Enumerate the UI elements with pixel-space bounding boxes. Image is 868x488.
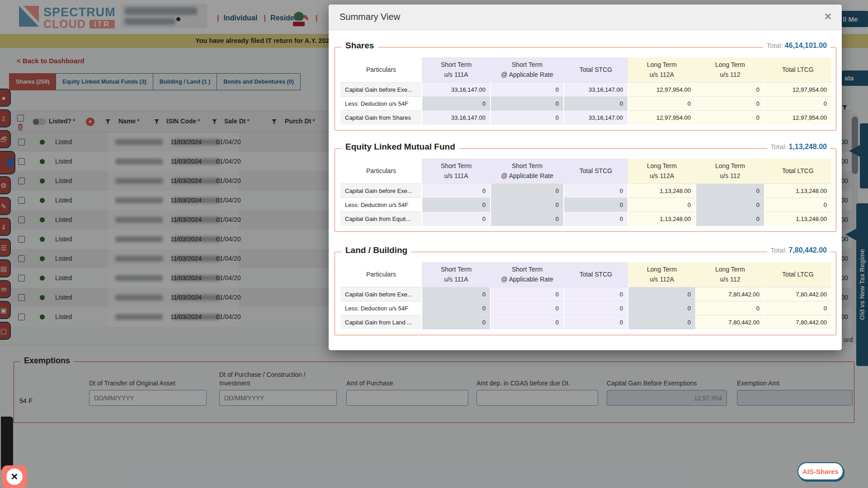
screenrec-close-button[interactable]: ✕ [2, 465, 27, 488]
section-total: Total:1,13,248.00 [767, 143, 830, 151]
table-header-row: ParticularsShort Termu/s 111AShort Term@… [340, 159, 831, 184]
section-title: Shares [341, 41, 378, 51]
section-total: Total:46,14,101.00 [763, 42, 830, 50]
value-cell: 33,16,147.00 [564, 83, 628, 97]
particulars-cell: Capital Gain before Exe... [340, 83, 422, 97]
value-cell: 0 [422, 184, 491, 198]
section-table: ParticularsShort Termu/s 111AShort Term@… [340, 159, 831, 226]
section-equity-linked-mutual-fund: Equity Linked Mutual FundTotal:1,13,248.… [335, 148, 836, 232]
section-total: Total:7,80,442.00 [767, 246, 830, 254]
value-cell: 0 [696, 198, 764, 212]
table-header-row: ParticularsShort Termu/s 111AShort Term@… [340, 57, 831, 83]
value-cell: 0 [628, 287, 696, 301]
value-cell: 12,97,954.00 [628, 111, 696, 125]
close-x-icon: ✕ [6, 469, 23, 485]
section-table: ParticularsShort Termu/s 111AShort Term@… [340, 262, 831, 329]
col-header: Long Termu/s 112A [628, 262, 696, 287]
value-cell: 0 [696, 212, 764, 226]
particulars-cell: Less: Deduction u/s 54F [340, 301, 422, 315]
close-icon[interactable]: ✕ [824, 11, 832, 22]
value-cell: 12,97,954.00 [764, 111, 831, 125]
value-cell: 0 [628, 198, 696, 212]
value-cell: 0 [696, 111, 764, 125]
data-row: Capital Gain before Exe...0001,13,248.00… [340, 184, 831, 198]
col-header: Total STCG [564, 262, 628, 287]
particulars-cell: Capital Gain from Shares [340, 111, 422, 125]
particulars-cell: Capital Gain from Land ... [340, 315, 422, 329]
value-cell: 0 [491, 287, 564, 301]
col-header: Long Termu/s 112 [696, 57, 764, 83]
col-header: Long Termu/s 112 [696, 262, 764, 287]
value-cell: 0 [564, 184, 628, 198]
data-row: Capital Gain from Equit...0001,13,248.00… [340, 212, 831, 226]
value-cell: 7,80,442.00 [764, 287, 831, 301]
col-header: Particulars [340, 57, 422, 83]
value-cell: 0 [491, 198, 564, 212]
col-header: Short Termu/s 111A [422, 159, 491, 184]
value-cell: 7,80,442.00 [696, 315, 764, 329]
value-cell: 0 [564, 287, 628, 301]
value-cell: 0 [422, 301, 491, 315]
value-cell: 0 [564, 97, 628, 111]
value-cell: 0 [422, 287, 491, 301]
modal-header: Summary View ✕ [329, 5, 842, 30]
value-cell: 0 [422, 198, 491, 212]
value-cell: 0 [564, 301, 628, 315]
col-header: Total LTCG [764, 57, 831, 83]
value-cell: 0 [696, 301, 764, 315]
value-cell: 0 [628, 97, 696, 111]
value-cell: 0 [491, 83, 564, 97]
value-cell: 33,16,147.00 [564, 111, 628, 125]
value-cell: 0 [491, 212, 564, 226]
screenrec-bar: screen rec [1, 417, 13, 470]
value-cell: 0 [491, 111, 564, 125]
value-cell: 0 [422, 315, 491, 329]
particulars-cell: Less: Deduction u/s 54F [340, 97, 422, 111]
value-cell: 12,97,954.00 [764, 83, 831, 97]
section-table: ParticularsShort Termu/s 111AShort Term@… [340, 57, 831, 125]
modal-title: Summary View [340, 12, 400, 22]
col-header: Short Term@ Applicable Rate [491, 57, 564, 83]
value-cell: 0 [422, 212, 491, 226]
data-row: Capital Gain from Land ...00007,80,442.0… [340, 315, 831, 329]
data-row: Less: Deduction u/s 54F000000 [340, 97, 831, 111]
value-cell: 0 [764, 198, 831, 212]
col-header: Long Termu/s 112A [628, 57, 696, 83]
col-header: Particulars [340, 262, 422, 287]
value-cell: 12,97,954.00 [628, 83, 696, 97]
col-header: Short Term@ Applicable Rate [491, 159, 564, 184]
value-cell: 7,80,442.00 [696, 287, 764, 301]
col-header: Total LTCG [764, 159, 831, 184]
value-cell: 0 [564, 315, 628, 329]
value-cell: 0 [696, 83, 764, 97]
particulars-cell: Capital Gain before Exe... [340, 287, 422, 301]
col-header: Short Termu/s 111A [422, 262, 491, 287]
section-land-building: Land / BuildingTotal:7,80,442.00Particul… [335, 252, 836, 335]
data-row: Capital Gain before Exe...00007,80,442.0… [340, 287, 831, 301]
value-cell: 0 [764, 97, 831, 111]
value-cell: 0 [422, 97, 491, 111]
table-header-row: ParticularsShort Termu/s 111AShort Term@… [340, 262, 831, 287]
col-header: Short Term@ Applicable Rate [491, 262, 564, 287]
col-header: Long Termu/s 112 [696, 159, 764, 184]
ais-shares-button[interactable]: AIS-Shares [797, 462, 844, 480]
value-cell: 33,16,147.00 [422, 83, 491, 97]
app-window: SPECTRUM CLOUD ITR |Individual |Resident… [0, 0, 868, 488]
value-cell: 1,13,248.00 [764, 184, 831, 198]
col-header: Long Termu/s 112A [628, 159, 696, 184]
value-cell: 0 [628, 315, 696, 329]
value-cell: 0 [696, 97, 764, 111]
col-header: Total STCG [564, 57, 628, 83]
value-cell: 0 [764, 301, 831, 315]
value-cell: 0 [491, 301, 564, 315]
section-shares: SharesTotal:46,14,101.00ParticularsShort… [335, 47, 836, 131]
value-cell: 1,13,248.00 [628, 212, 696, 226]
value-cell: 7,80,442.00 [764, 315, 831, 329]
particulars-cell: Less: Deduction u/s 54F [340, 198, 422, 212]
col-header: Particulars [340, 159, 422, 184]
value-cell: 1,13,248.00 [764, 212, 831, 226]
data-row: Less: Deduction u/s 54F000000 [340, 198, 831, 212]
col-header: Total STCG [564, 159, 628, 184]
value-cell: 0 [564, 198, 628, 212]
data-row: Capital Gain before Exe...33,16,147.0003… [340, 83, 831, 97]
